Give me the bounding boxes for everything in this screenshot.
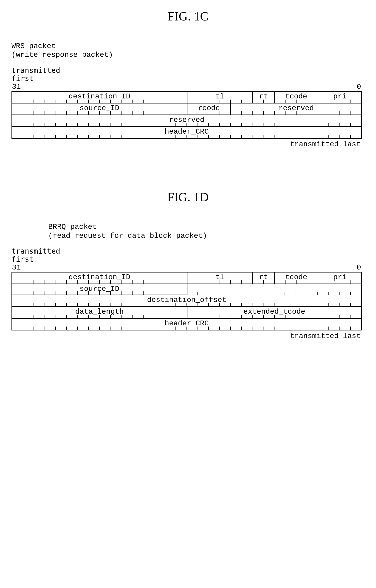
tick-marks bbox=[275, 99, 318, 103]
field-rt: rt bbox=[252, 92, 274, 103]
tick-marks bbox=[187, 292, 361, 295]
bit-hi-1d: 31 bbox=[12, 263, 21, 272]
table-row: destination_IDtlrttcodepri bbox=[12, 92, 361, 103]
tick-marks bbox=[12, 99, 187, 103]
packet-desc-1d: (read request for data block packet) bbox=[48, 232, 365, 240]
tick-marks bbox=[253, 280, 274, 283]
tick-marks bbox=[318, 280, 361, 283]
tick-marks bbox=[231, 111, 361, 115]
table-row: source_IDrcodereserved bbox=[12, 103, 361, 115]
bit-lo-1d: 0 bbox=[357, 263, 361, 272]
field-destination-ID: destination_ID bbox=[12, 272, 187, 283]
bit-hi-1c: 31 bbox=[12, 83, 21, 91]
field-tl: tl bbox=[187, 272, 252, 283]
tx-first-label-1d: transmitted first bbox=[11, 247, 365, 263]
bit-scale-1d: 31 0 bbox=[12, 263, 361, 272]
packet-table-1c: destination_IDtlrttcodeprisource_IDrcode… bbox=[11, 91, 362, 139]
table-row: data_lengthextended_tcode bbox=[12, 307, 361, 319]
table-row: source_ID bbox=[12, 284, 361, 295]
tick-marks bbox=[12, 111, 187, 115]
fig-1d: FIG. 1D BRRQ packet (read request for da… bbox=[11, 190, 365, 340]
tick-marks bbox=[12, 280, 187, 283]
tx-last-label-1c: transmitted last bbox=[11, 140, 361, 149]
field-reserved: reserved bbox=[230, 103, 361, 115]
table-row: reserved bbox=[12, 115, 361, 127]
tick-marks bbox=[12, 291, 187, 294]
table-row: destination_offset bbox=[12, 295, 361, 307]
field-header-crc: header_CRC bbox=[12, 319, 361, 330]
field-source-id: source_ID bbox=[12, 284, 187, 295]
field-dest-offset-upper bbox=[187, 284, 361, 295]
fig-1c: FIG. 1C WRS packet (write response packe… bbox=[11, 9, 365, 149]
packet-name-1d: BRRQ packet bbox=[48, 223, 365, 231]
field-extended-tcode: extended_tcode bbox=[187, 307, 361, 318]
tick-marks bbox=[318, 99, 361, 103]
tick-marks bbox=[12, 303, 361, 306]
tick-marks bbox=[188, 111, 230, 115]
packet-table-1d: destination_IDtlrttcodepri source_ID des… bbox=[11, 272, 362, 330]
tick-marks bbox=[253, 99, 274, 103]
figure-title-1d: FIG. 1D bbox=[11, 190, 365, 204]
field-rt: rt bbox=[252, 272, 274, 283]
tick-marks bbox=[12, 315, 187, 318]
bit-scale-1c: 31 0 bbox=[12, 83, 361, 91]
field-data-length: data_length bbox=[12, 307, 187, 318]
table-row: destination_IDtlrttcodepri bbox=[12, 272, 361, 284]
field-header-CRC: header_CRC bbox=[12, 127, 361, 138]
field-tcode: tcode bbox=[274, 272, 318, 283]
packet-name-1c: WRS packet bbox=[11, 42, 365, 51]
tick-marks bbox=[188, 99, 252, 103]
field-reserved: reserved bbox=[12, 115, 361, 126]
tick-marks bbox=[12, 135, 361, 138]
tick-marks bbox=[275, 280, 318, 283]
tx-last-label-1d: transmitted last bbox=[11, 332, 361, 340]
tick-marks bbox=[12, 327, 361, 330]
field-pri: pri bbox=[318, 92, 361, 103]
table-row: header_CRC bbox=[12, 127, 361, 139]
field-rcode: rcode bbox=[187, 103, 230, 115]
field-destination-ID: destination_ID bbox=[12, 92, 187, 103]
packet-desc-1c: (write response packet) bbox=[11, 51, 365, 59]
bit-lo-1c: 0 bbox=[357, 83, 361, 91]
field-tcode: tcode bbox=[274, 92, 318, 103]
tick-marks bbox=[12, 123, 361, 126]
field-dest-offset: destination_offset bbox=[12, 295, 361, 306]
field-pri: pri bbox=[318, 272, 361, 283]
figure-title-1c: FIG. 1C bbox=[11, 9, 365, 23]
tx-first-label-1c: transmitted first bbox=[11, 66, 365, 83]
tick-marks bbox=[188, 315, 361, 318]
field-tl: tl bbox=[187, 92, 252, 103]
table-row: header_CRC bbox=[12, 319, 361, 330]
tick-marks bbox=[188, 280, 252, 283]
field-source-ID: source_ID bbox=[12, 103, 187, 115]
